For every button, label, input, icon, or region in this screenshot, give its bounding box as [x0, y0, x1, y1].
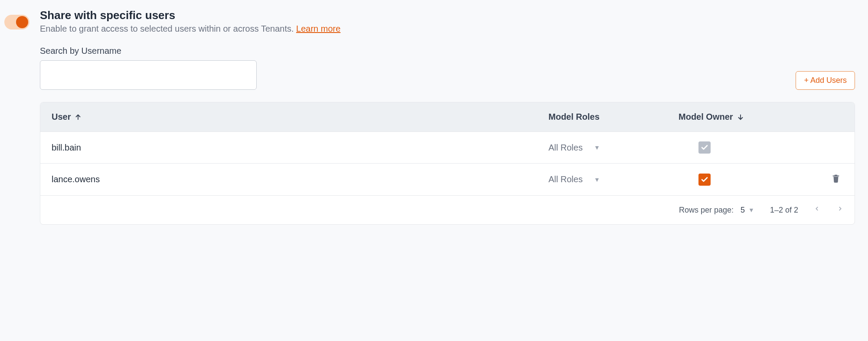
owner-checkbox[interactable]: [698, 141, 711, 154]
users-table: User Model Roles Model Owner bill.bainAl…: [40, 102, 855, 225]
column-owner-label: Model Owner: [679, 112, 733, 122]
column-roles-label: Model Roles: [548, 112, 600, 122]
cell-owner: [679, 174, 791, 186]
column-owner[interactable]: Model Owner: [679, 112, 791, 122]
subtitle-text: Enable to grant access to selected users…: [40, 24, 294, 33]
toggle-knob: [16, 16, 28, 28]
roles-value: All Roles: [548, 143, 583, 153]
table-row: bill.bainAll Roles▼: [40, 131, 855, 163]
trash-icon[interactable]: [831, 173, 841, 186]
column-roles[interactable]: Model Roles: [548, 112, 679, 122]
add-users-button[interactable]: + Add Users: [796, 71, 855, 90]
caret-down-icon: ▼: [594, 144, 600, 151]
learn-more-link[interactable]: Learn more: [296, 24, 340, 33]
roles-dropdown[interactable]: All Roles▼: [548, 143, 679, 153]
column-user[interactable]: User: [52, 112, 548, 122]
roles-dropdown[interactable]: All Roles▼: [548, 174, 679, 184]
table-header: User Model Roles Model Owner: [40, 102, 855, 131]
pagination-range: 1–2 of 2: [770, 206, 798, 215]
table-footer: Rows per page: 5 ▼ 1–2 of 2: [40, 195, 855, 224]
section-title: Share with specific users: [40, 9, 340, 22]
cell-user: lance.owens: [52, 174, 548, 184]
sort-asc-icon: [74, 113, 82, 121]
search-input[interactable]: [40, 60, 257, 90]
cell-user: bill.bain: [52, 143, 548, 153]
rows-per-page-value: 5: [741, 206, 745, 215]
sort-desc-icon: [737, 113, 744, 121]
column-actions: [791, 112, 843, 122]
column-user-label: User: [52, 112, 71, 122]
search-label: Search by Username: [40, 46, 257, 56]
table-row: lance.owensAll Roles▼: [40, 163, 855, 195]
cell-owner: [679, 141, 791, 154]
next-page-button[interactable]: [837, 204, 843, 216]
cell-actions: [791, 173, 843, 186]
caret-down-icon: ▼: [748, 207, 754, 213]
caret-down-icon: ▼: [594, 176, 600, 183]
roles-value: All Roles: [548, 174, 583, 184]
owner-checkbox[interactable]: [698, 174, 711, 186]
prev-page-button[interactable]: [814, 204, 820, 216]
rows-per-page-label: Rows per page:: [679, 206, 734, 215]
rows-per-page-select[interactable]: 5 ▼: [741, 206, 754, 215]
share-toggle[interactable]: [4, 15, 29, 30]
section-subtitle: Enable to grant access to selected users…: [40, 24, 340, 34]
